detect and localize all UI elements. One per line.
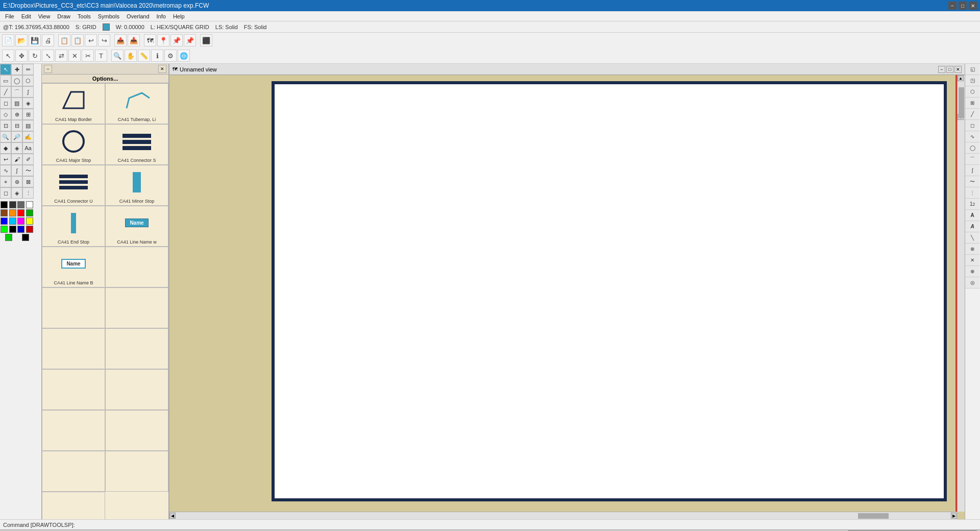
- tool-brush[interactable]: 🖌: [11, 154, 22, 165]
- pin3-button[interactable]: 📌: [184, 34, 196, 46]
- print-button[interactable]: 🖨: [42, 34, 54, 46]
- symbol-map-border[interactable]: CA41 Map Border: [42, 83, 105, 124]
- tool-pointer[interactable]: ↖: [0, 64, 11, 75]
- right-tool-19[interactable]: ⊕: [965, 266, 979, 277]
- tool-s4[interactable]: ◻: [0, 187, 11, 199]
- tool-bezier[interactable]: ∫: [22, 86, 34, 98]
- v-thumb[interactable]: [959, 87, 964, 118]
- tool-group[interactable]: ⊡: [0, 120, 11, 131]
- color-black2[interactable]: [9, 226, 16, 233]
- tool-pan[interactable]: ✋: [125, 50, 137, 62]
- import-button[interactable]: 📥: [128, 34, 140, 46]
- menu-file[interactable]: File: [2, 12, 17, 20]
- color-blue[interactable]: [1, 218, 8, 225]
- tool-sym2[interactable]: ◈: [11, 142, 22, 154]
- tool-arc[interactable]: ⌒: [11, 86, 22, 98]
- color-gray[interactable]: [17, 201, 24, 208]
- tool-scale[interactable]: ⤡: [42, 50, 54, 62]
- color-red[interactable]: [17, 209, 24, 216]
- export-button[interactable]: 📤: [114, 34, 127, 46]
- tool-text[interactable]: T: [95, 50, 107, 62]
- stop-button[interactable]: ⬛: [200, 34, 212, 46]
- symbol-line-name-b[interactable]: Name CA41 Line Name B: [42, 247, 105, 287]
- tool-crosshair[interactable]: ✚: [11, 64, 22, 75]
- tool-node[interactable]: ◇: [0, 109, 11, 120]
- tool-rect[interactable]: ▭: [0, 75, 11, 86]
- tool-align[interactable]: ⊞: [22, 109, 34, 120]
- menu-info[interactable]: Info: [154, 12, 169, 20]
- symbol-major-stop[interactable]: CA41 Major Stop: [42, 124, 105, 165]
- symbol-line-name-w[interactable]: Name CA41 Line Name w: [105, 206, 168, 247]
- color-lime[interactable]: [1, 226, 8, 233]
- symbol-empty-9[interactable]: [105, 410, 168, 451]
- tool-s2[interactable]: ⊛: [11, 176, 22, 187]
- view-restore[interactable]: □: [946, 66, 953, 73]
- right-tool-13[interactable]: 12: [965, 199, 979, 210]
- color-cyan[interactable]: [9, 218, 16, 225]
- tool-s5[interactable]: ◈: [11, 187, 22, 199]
- tool-wave[interactable]: 〜: [22, 165, 34, 176]
- symbol-empty-1[interactable]: [105, 247, 168, 287]
- symbol-connector-s[interactable]: CA41 Connector S: [105, 124, 168, 165]
- undo-button[interactable]: ↩: [85, 34, 97, 46]
- menu-draw[interactable]: Draw: [54, 12, 74, 20]
- tool-s3[interactable]: ⊠: [22, 176, 34, 187]
- tool-style[interactable]: ◈: [22, 98, 34, 109]
- symbol-empty-3[interactable]: [105, 287, 168, 328]
- menu-symbols[interactable]: Symbols: [95, 12, 122, 20]
- tool-zoom2[interactable]: 🔍: [0, 131, 11, 142]
- symbol-minor-stop[interactable]: CA41 Minor Stop: [105, 165, 168, 206]
- maximize-button[interactable]: □: [959, 2, 967, 10]
- right-tool-15[interactable]: A: [965, 221, 979, 232]
- color-magenta[interactable]: [17, 218, 24, 225]
- right-tool-16[interactable]: ╲: [965, 232, 979, 244]
- color-orange[interactable]: [9, 209, 16, 216]
- tool-undo2[interactable]: ↩: [0, 154, 11, 165]
- menu-overland[interactable]: Overland: [124, 12, 153, 20]
- tool-rotate[interactable]: ↻: [29, 50, 41, 62]
- tool-pencil2[interactable]: ✐: [22, 154, 34, 165]
- tool-zoom[interactable]: 🔍: [111, 50, 124, 62]
- right-tool-11[interactable]: 〜: [965, 176, 979, 187]
- right-tool-18[interactable]: ✕: [965, 255, 979, 266]
- symbol-empty-10[interactable]: [42, 451, 105, 492]
- tool-trim[interactable]: ✂: [82, 50, 94, 62]
- right-tool-2[interactable]: ◳: [965, 75, 979, 86]
- menu-help[interactable]: Help: [170, 12, 188, 20]
- right-tool-14[interactable]: A: [965, 210, 979, 221]
- tool-zoom3[interactable]: 🔎: [11, 131, 22, 142]
- tool-poly[interactable]: ⬡: [22, 75, 34, 86]
- map-button[interactable]: 🗺: [144, 34, 156, 46]
- drawing-canvas[interactable]: [169, 75, 957, 512]
- right-tool-10[interactable]: ∫: [965, 165, 979, 176]
- view-minimize[interactable]: −: [938, 66, 945, 73]
- symbol-end-stop[interactable]: CA41 End Stop: [42, 206, 105, 247]
- right-tool-4[interactable]: ⊞: [965, 98, 979, 109]
- copy-button[interactable]: 📋: [58, 34, 70, 46]
- panel-collapse[interactable]: −: [44, 65, 52, 73]
- tool-eraser[interactable]: ◻: [0, 98, 11, 109]
- minimize-button[interactable]: −: [948, 2, 957, 10]
- view-close[interactable]: ✕: [954, 66, 962, 73]
- new-button[interactable]: 📄: [2, 34, 14, 46]
- symbol-empty-7[interactable]: [105, 369, 168, 410]
- tool-sym1[interactable]: ◆: [0, 142, 11, 154]
- symbol-empty-2[interactable]: [42, 287, 105, 328]
- color-darkgreen[interactable]: [5, 234, 12, 241]
- tool-snap2[interactable]: ⊕: [11, 109, 22, 120]
- right-tool-8[interactable]: ◯: [965, 142, 979, 154]
- tool-delete[interactable]: ✕: [68, 50, 81, 62]
- right-tool-12[interactable]: ⋮: [965, 187, 979, 199]
- tool-line[interactable]: ╱: [0, 86, 11, 98]
- tool-curve[interactable]: ∫: [11, 165, 22, 176]
- symbol-tubemap[interactable]: CA41 Tubemap, Li: [105, 83, 168, 124]
- symbol-empty-8[interactable]: [42, 410, 105, 451]
- canvas-area[interactable]: 🗺 Unnamed view − □ ✕ ◀ ▶: [169, 64, 965, 519]
- symbol-scroll-container[interactable]: CA41 Map Border CA41 Tubemap, Li: [42, 83, 168, 519]
- right-tool-9[interactable]: ⌒: [965, 154, 979, 165]
- tool-ungroup[interactable]: ⊟: [11, 120, 22, 131]
- right-tool-20[interactable]: ◎: [965, 277, 979, 288]
- pin1-button[interactable]: 📍: [157, 34, 169, 46]
- pin2-button[interactable]: 📌: [170, 34, 183, 46]
- color-brown[interactable]: [1, 209, 8, 216]
